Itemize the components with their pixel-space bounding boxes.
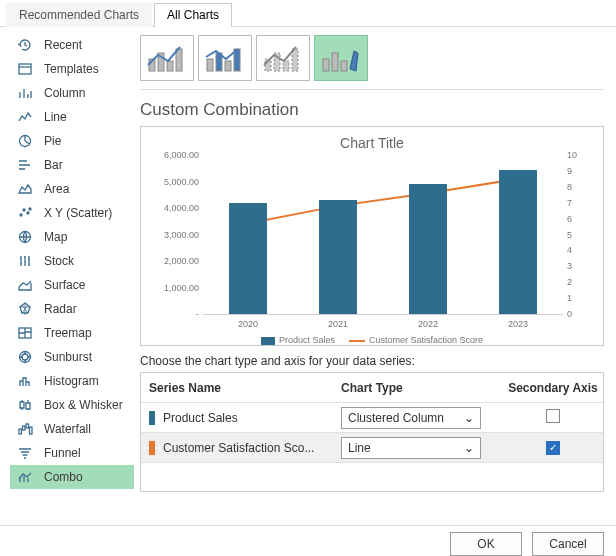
subtype-clustered-column-line-secondary[interactable] bbox=[198, 35, 252, 81]
sidebar-item-column[interactable]: Column bbox=[10, 81, 134, 105]
stock-icon bbox=[16, 253, 34, 269]
sidebar-item-pie[interactable]: Pie bbox=[10, 129, 134, 153]
column-icon bbox=[16, 85, 34, 101]
sidebar-item-recent[interactable]: Recent bbox=[10, 33, 134, 57]
section-title: Custom Combination bbox=[140, 90, 604, 126]
svg-rect-24 bbox=[283, 61, 289, 71]
sidebar-item-label: Combo bbox=[44, 470, 83, 484]
sidebar-item-line[interactable]: Line bbox=[10, 105, 134, 129]
chart-legend: Product Sales Customer Satisfaction Scor… bbox=[151, 335, 593, 345]
sunburst-icon bbox=[16, 349, 34, 365]
sidebar-item-combo[interactable]: Combo bbox=[10, 465, 134, 489]
sidebar-item-label: Radar bbox=[44, 302, 77, 316]
tab-recommended-charts[interactable]: Recommended Charts bbox=[6, 3, 152, 27]
sidebar-item-label: Treemap bbox=[44, 326, 92, 340]
sidebar-item-label: Templates bbox=[44, 62, 99, 76]
svg-point-2 bbox=[20, 214, 22, 216]
svg-rect-26 bbox=[323, 59, 329, 71]
sidebar-item-funnel[interactable]: Funnel bbox=[10, 441, 134, 465]
box-whisker-icon bbox=[16, 397, 34, 413]
waterfall-icon bbox=[16, 421, 34, 437]
sidebar-item-label: Histogram bbox=[44, 374, 99, 388]
chevron-down-icon: ⌄ bbox=[464, 441, 474, 455]
svg-rect-13 bbox=[30, 427, 33, 434]
funnel-icon bbox=[16, 445, 34, 461]
sidebar-item-stock[interactable]: Stock bbox=[10, 249, 134, 273]
secondary-axis-checkbox-customer-satisfaction[interactable]: ✓ bbox=[546, 441, 560, 455]
cancel-button[interactable]: Cancel bbox=[532, 532, 604, 556]
series-row-product-sales: Product Sales Clustered Column ⌄ bbox=[141, 403, 603, 433]
sidebar-item-label: Bar bbox=[44, 158, 63, 172]
radar-icon bbox=[16, 301, 34, 317]
svg-point-5 bbox=[29, 208, 31, 210]
series-config-table: Series Name Chart Type Secondary Axis Pr… bbox=[140, 372, 604, 492]
subtype-clustered-column-line[interactable] bbox=[140, 35, 194, 81]
combo-icon bbox=[16, 469, 34, 485]
chart-type-select-customer-satisfaction[interactable]: Line ⌄ bbox=[341, 437, 481, 459]
chart-preview: Chart Title -1,000.002,000.003,000.004,0… bbox=[140, 126, 604, 346]
treemap-icon bbox=[16, 325, 34, 341]
sidebar-item-label: Pie bbox=[44, 134, 61, 148]
series-name-text: Product Sales bbox=[163, 411, 238, 425]
chevron-down-icon: ⌄ bbox=[464, 411, 474, 425]
histogram-icon bbox=[16, 373, 34, 389]
instruction-text: Choose the chart type and axis for your … bbox=[140, 354, 604, 368]
sidebar-item-label: X Y (Scatter) bbox=[44, 206, 112, 220]
sidebar-item-surface[interactable]: Surface bbox=[10, 273, 134, 297]
sidebar-item-map[interactable]: Map bbox=[10, 225, 134, 249]
subtype-custom-combination[interactable] bbox=[314, 35, 368, 81]
sidebar-item-label: Stock bbox=[44, 254, 74, 268]
sidebar-item-label: Surface bbox=[44, 278, 85, 292]
secondary-axis-checkbox-product-sales[interactable] bbox=[546, 409, 560, 423]
chart-category-sidebar: Recent Templates Column Line Pie Bar Are… bbox=[0, 27, 140, 525]
series-row-customer-satisfaction: Customer Satisfaction Sco... Line ⌄ ✓ bbox=[141, 433, 603, 463]
svg-rect-25 bbox=[292, 49, 298, 71]
svg-rect-17 bbox=[176, 49, 182, 71]
sidebar-item-sunburst[interactable]: Sunburst bbox=[10, 345, 134, 369]
svg-rect-20 bbox=[225, 61, 231, 71]
ok-button[interactable]: OK bbox=[450, 532, 522, 556]
surface-icon bbox=[16, 277, 34, 293]
svg-rect-27 bbox=[332, 53, 338, 71]
recent-icon bbox=[16, 37, 34, 53]
templates-icon bbox=[16, 61, 34, 77]
sidebar-item-label: Recent bbox=[44, 38, 82, 52]
sidebar-item-label: Funnel bbox=[44, 446, 81, 460]
sidebar-item-label: Map bbox=[44, 230, 67, 244]
sidebar-item-label: Area bbox=[44, 182, 69, 196]
header-series-name: Series Name bbox=[141, 381, 341, 395]
sidebar-item-scatter[interactable]: X Y (Scatter) bbox=[10, 201, 134, 225]
sidebar-item-label: Waterfall bbox=[44, 422, 91, 436]
bar-icon bbox=[16, 157, 34, 173]
header-secondary-axis: Secondary Axis bbox=[503, 381, 603, 395]
scatter-icon bbox=[16, 205, 34, 221]
combo-subtype-row bbox=[140, 35, 604, 90]
svg-rect-10 bbox=[19, 429, 22, 434]
sidebar-item-radar[interactable]: Radar bbox=[10, 297, 134, 321]
subtype-stacked-area-column[interactable] bbox=[256, 35, 310, 81]
svg-point-9 bbox=[22, 354, 28, 360]
svg-point-3 bbox=[23, 209, 25, 211]
pie-icon bbox=[16, 133, 34, 149]
sidebar-item-bar[interactable]: Bar bbox=[10, 153, 134, 177]
header-chart-type: Chart Type bbox=[341, 381, 503, 395]
series-swatch bbox=[149, 411, 155, 425]
sidebar-item-treemap[interactable]: Treemap bbox=[10, 321, 134, 345]
svg-rect-28 bbox=[341, 61, 347, 71]
sidebar-item-label: Line bbox=[44, 110, 67, 124]
map-icon bbox=[16, 229, 34, 245]
sidebar-item-histogram[interactable]: Histogram bbox=[10, 369, 134, 393]
svg-rect-16 bbox=[167, 61, 173, 71]
sidebar-item-label: Box & Whisker bbox=[44, 398, 123, 412]
tab-all-charts[interactable]: All Charts bbox=[154, 3, 232, 27]
svg-rect-11 bbox=[23, 426, 26, 430]
sidebar-item-box-whisker[interactable]: Box & Whisker bbox=[10, 393, 134, 417]
chart-type-select-product-sales[interactable]: Clustered Column ⌄ bbox=[341, 407, 481, 429]
sidebar-item-area[interactable]: Area bbox=[10, 177, 134, 201]
sidebar-item-waterfall[interactable]: Waterfall bbox=[10, 417, 134, 441]
sidebar-item-label: Sunburst bbox=[44, 350, 92, 364]
sidebar-item-templates[interactable]: Templates bbox=[10, 57, 134, 81]
area-icon bbox=[16, 181, 34, 197]
svg-point-4 bbox=[27, 212, 29, 214]
chart-plot-area: -1,000.002,000.003,000.004,000.005,000.0… bbox=[203, 155, 563, 315]
